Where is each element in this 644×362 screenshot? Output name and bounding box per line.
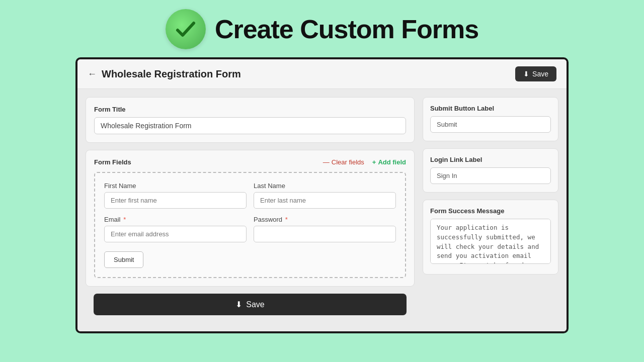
password-group: Password * — [254, 216, 396, 242]
email-input[interactable] — [104, 226, 247, 242]
success-message-card: Form Success Message Your application is… — [423, 200, 558, 275]
first-name-label: First Name — [104, 182, 247, 190]
save-icon: ⬇ — [523, 70, 529, 78]
left-panel: Form Title Form Fields — Clear fields + … — [86, 97, 415, 323]
banner-title: Create Custom Forms — [215, 14, 478, 44]
email-group: Email * — [104, 216, 247, 242]
login-link-label-card: Login Link Label — [423, 148, 558, 193]
last-name-label: Last Name — [254, 182, 396, 190]
clear-icon: — — [323, 158, 330, 166]
success-message-textarea[interactable]: Your application is successfully submitt… — [430, 219, 551, 264]
add-field-button[interactable]: + Add field — [372, 158, 406, 166]
login-link-label-input[interactable] — [430, 167, 551, 184]
header-save-button[interactable]: ⬇ Save — [515, 66, 556, 81]
login-link-label-heading: Login Link Label — [430, 156, 551, 163]
password-required: * — [285, 216, 288, 223]
field-row-1: First Name Last Name — [104, 182, 396, 209]
first-name-input[interactable] — [104, 192, 247, 209]
bottom-save-label: Save — [246, 300, 264, 309]
form-title-heading: Wholesale Registration Form — [102, 68, 241, 80]
last-name-input[interactable] — [254, 192, 396, 209]
password-label: Password * — [254, 216, 396, 223]
main-container: ← Wholesale Registration Form ⬇ Save For… — [75, 57, 569, 333]
bottom-save-icon: ⬇ — [235, 300, 242, 309]
fields-title: Form Fields — [94, 158, 131, 166]
field-row-2: Email * Password * — [104, 216, 396, 242]
clear-label: Clear fields — [332, 158, 364, 166]
password-input[interactable] — [254, 226, 396, 242]
bottom-save-bar: ⬇ Save — [94, 294, 407, 315]
header-left: ← Wholesale Registration Form — [88, 68, 241, 80]
success-message-heading: Form Success Message — [430, 207, 551, 215]
fields-actions: — Clear fields + Add field — [323, 158, 406, 166]
content-area: Form Title Form Fields — Clear fields + … — [77, 89, 567, 331]
add-icon: + — [372, 158, 376, 166]
submit-button-label-heading: Submit Button Label — [430, 105, 551, 112]
submit-button-label-card: Submit Button Label — [423, 97, 558, 141]
fields-header: Form Fields — Clear fields + Add field — [94, 158, 406, 166]
clear-fields-button[interactable]: — Clear fields — [323, 158, 364, 166]
form-title-card: Form Title — [86, 97, 415, 143]
right-panel: Submit Button Label Login Link Label For… — [423, 97, 558, 323]
email-required: * — [123, 216, 126, 223]
last-name-group: Last Name — [254, 182, 396, 209]
form-header: ← Wholesale Registration Form ⬇ Save — [77, 59, 567, 89]
submit-preview-button[interactable]: Submit — [104, 251, 143, 268]
top-banner: Create Custom Forms — [0, 0, 644, 57]
form-preview-area: First Name Last Name Email * — [94, 172, 406, 278]
logo-icon — [166, 9, 206, 49]
bottom-save-button[interactable]: ⬇ Save — [235, 300, 264, 309]
first-name-group: First Name — [104, 182, 247, 209]
submit-button-label-input[interactable] — [430, 116, 551, 133]
email-label: Email * — [104, 216, 247, 223]
form-fields-card: Form Fields — Clear fields + Add field — [86, 150, 415, 287]
back-button[interactable]: ← — [88, 69, 97, 79]
add-label: Add field — [378, 158, 406, 166]
form-title-input[interactable] — [94, 117, 406, 134]
form-title-label: Form Title — [94, 106, 406, 113]
submit-preview-label: Submit — [114, 256, 134, 263]
save-label: Save — [532, 70, 548, 78]
